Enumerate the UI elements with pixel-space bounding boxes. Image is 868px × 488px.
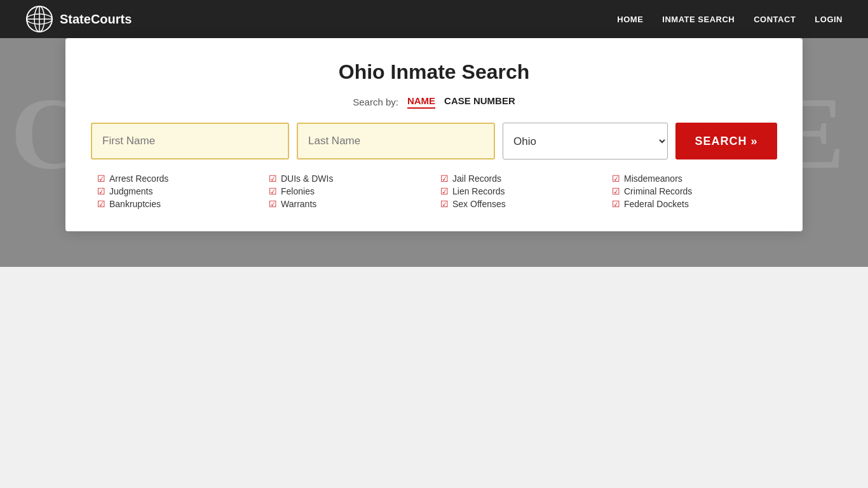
check-item: ☑DUIs & DWIs — [269, 173, 428, 184]
check-label: Sex Offenses — [452, 199, 506, 209]
check-item: ☑Lien Records — [440, 186, 599, 196]
check-label: Lien Records — [452, 186, 505, 196]
checkboxes-grid: ☑Arrest Records☑DUIs & DWIs☑Jail Records… — [91, 173, 777, 209]
check-item: ☑Arrest Records — [97, 173, 256, 184]
checkbox-icon: ☑ — [612, 173, 620, 184]
checkbox-icon: ☑ — [612, 186, 620, 196]
logo-area: StateCourts — [25, 5, 132, 33]
check-label: Felonies — [281, 186, 315, 196]
state-select[interactable]: AlabamaAlaskaArizonaArkansasCaliforniaCo… — [503, 123, 668, 159]
main-nav: HOME INMATE SEARCH CONTACT LOGIN — [617, 15, 843, 24]
header: StateCourts HOME INMATE SEARCH CONTACT L… — [0, 0, 868, 38]
checkbox-icon: ☑ — [440, 173, 449, 184]
nav-inmate-search[interactable]: INMATE SEARCH — [662, 15, 735, 24]
check-label: Judgments — [109, 186, 153, 196]
checkbox-icon: ☑ — [269, 186, 277, 196]
check-item: ☑Misdemeanors — [612, 173, 771, 184]
search-by-label: Search by: — [353, 97, 398, 107]
check-label: Misdemeanors — [624, 173, 682, 184]
check-item: ☑Jail Records — [440, 173, 599, 184]
checkbox-icon: ☑ — [97, 199, 105, 209]
checkbox-icon: ☑ — [97, 173, 105, 184]
nav-login[interactable]: LOGIN — [815, 15, 843, 24]
logo-text: StateCourts — [60, 12, 132, 27]
nav-contact[interactable]: CONTACT — [754, 15, 796, 24]
check-label: Jail Records — [452, 173, 501, 184]
search-inputs-row: AlabamaAlaskaArizonaArkansasCaliforniaCo… — [91, 123, 777, 159]
check-item: ☑Judgments — [97, 186, 256, 196]
search-by-row: Search by: NAME CASE NUMBER — [91, 95, 777, 109]
checkbox-icon: ☑ — [612, 199, 620, 209]
check-label: Bankruptcies — [109, 199, 161, 209]
search-card-title: Ohio Inmate Search — [91, 60, 777, 84]
check-label: Federal Dockets — [624, 199, 689, 209]
check-label: Criminal Records — [624, 186, 692, 196]
hero-background: COURTHOUSE Ohio Inmate Search Search by:… — [0, 0, 868, 267]
checkbox-icon: ☑ — [97, 186, 105, 196]
checkbox-icon: ☑ — [440, 199, 449, 209]
last-name-input[interactable] — [297, 123, 495, 159]
check-item: ☑Criminal Records — [612, 186, 771, 196]
check-item: ☑Felonies — [269, 186, 428, 196]
checkbox-icon: ☑ — [269, 199, 277, 209]
check-item: ☑Sex Offenses — [440, 199, 599, 209]
check-label: Warrants — [281, 199, 316, 209]
check-item: ☑Federal Dockets — [612, 199, 771, 209]
first-name-input[interactable] — [91, 123, 289, 159]
checkbox-icon: ☑ — [269, 173, 277, 184]
search-card: Ohio Inmate Search Search by: NAME CASE … — [65, 38, 803, 231]
check-label: DUIs & DWIs — [281, 173, 333, 184]
search-button[interactable]: SEARCH » — [675, 123, 777, 159]
tab-case-number[interactable]: CASE NUMBER — [444, 95, 515, 109]
check-item: ☑Bankruptcies — [97, 199, 256, 209]
checkbox-icon: ☑ — [440, 186, 449, 196]
check-label: Arrest Records — [109, 173, 168, 184]
check-item: ☑Warrants — [269, 199, 428, 209]
logo-icon — [25, 5, 53, 33]
nav-home[interactable]: HOME — [617, 15, 643, 24]
tab-name[interactable]: NAME — [407, 95, 435, 109]
